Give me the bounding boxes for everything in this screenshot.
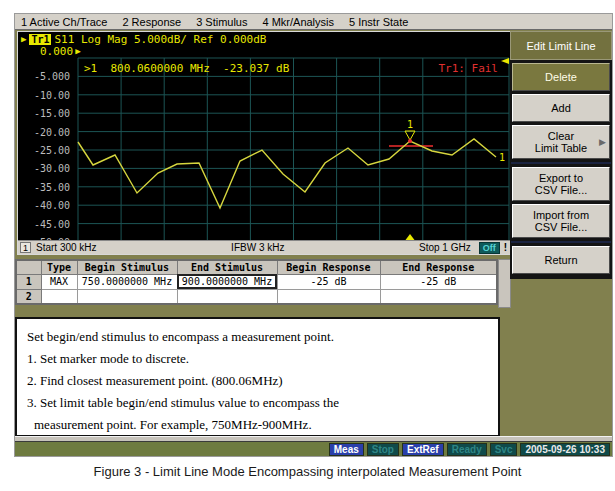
softkey-separator bbox=[511, 241, 611, 243]
type-cell[interactable] bbox=[41, 289, 77, 304]
table-row: 1 MAX 750.0000000 MHz 900.0000000 MHz -2… bbox=[16, 274, 497, 289]
marker-readout: >1 800.0600000 MHz -23.037 dB bbox=[84, 62, 289, 75]
instruction-line: measurement point. For example, 750MHz-9… bbox=[27, 415, 492, 437]
menu-bar: 1 Active Ch/Trace 2 Response 3 Stimulus … bbox=[15, 14, 612, 30]
reference-level-value: 0.000 bbox=[40, 45, 73, 58]
plot-svg: 11 bbox=[78, 58, 509, 242]
instruction-line: 2. Find closest measurement point. (800.… bbox=[27, 371, 492, 393]
figure-caption: Figure 3 - Limit Line Mode Encompassing … bbox=[0, 464, 615, 479]
col-header-end-response: End Response bbox=[380, 260, 497, 274]
col-header-begin-stimulus: Begin Stimulus bbox=[77, 260, 177, 274]
end-response-cell[interactable] bbox=[380, 289, 497, 304]
ref-level-arrow-right-icon bbox=[501, 58, 509, 64]
ifbw-label: IFBW 3 kHz bbox=[231, 242, 284, 253]
softkey-separator bbox=[511, 162, 611, 164]
stop-status-badge: Stop bbox=[367, 443, 399, 456]
y-axis-label: -10.00 bbox=[34, 89, 70, 100]
trace-badge: Tr1 bbox=[29, 34, 51, 45]
limit-fail-status: Tr1: Fail bbox=[438, 62, 498, 75]
y-axis-label: -30.00 bbox=[34, 163, 70, 174]
submenu-arrow-icon: ▶ bbox=[599, 137, 606, 147]
instruction-line: Set begin/end stimulus to encompass a me… bbox=[27, 327, 492, 349]
end-stimulus-cell[interactable] bbox=[177, 289, 277, 304]
menu-stimulus[interactable]: 3 Stimulus bbox=[196, 16, 247, 28]
alert-mark: ! bbox=[504, 242, 507, 253]
y-axis-label: -15.00 bbox=[34, 108, 70, 119]
menu-active-ch-trace[interactable]: 1 Active Ch/Trace bbox=[21, 16, 107, 28]
channel-number-box: 1 bbox=[20, 242, 31, 253]
add-button[interactable]: Add bbox=[512, 94, 610, 122]
instruction-line: 3. Set limit table begin/end stimulus va… bbox=[27, 393, 492, 415]
menu-instr-state[interactable]: 5 Instr State bbox=[349, 16, 408, 28]
instruction-box: Set begin/end stimulus to encompass a me… bbox=[15, 317, 500, 437]
marker-triangle-icon bbox=[405, 131, 415, 140]
y-axis-labels: -5.000-10.00-15.00-20.00-25.00-30.00-35.… bbox=[18, 58, 75, 242]
begin-stimulus-cell[interactable] bbox=[77, 289, 177, 304]
datetime-display: 2005-09-26 10:33 bbox=[520, 443, 610, 456]
corner-header-cell bbox=[16, 260, 41, 274]
start-frequency-label: Start 300 kHz bbox=[36, 242, 97, 253]
y-axis-label: -5.000 bbox=[34, 71, 70, 82]
instrument-screen: 1 Active Ch/Trace 2 Response 3 Stimulus … bbox=[14, 13, 613, 457]
trace-header: ▶ Tr1 S11 Log Mag 5.000dB/ Ref 0.000dB bbox=[21, 33, 266, 45]
status-bar: Meas Stop ExtRef Ready Svc 2005-09-26 10… bbox=[15, 442, 612, 456]
softkey-menu-title: Edit Limit Line bbox=[510, 31, 612, 60]
row-number-cell: 1 bbox=[16, 274, 41, 289]
clear-limit-table-button[interactable]: Clear Limit Table ▶ bbox=[512, 125, 610, 159]
reference-level-row: 0.000 ▶ bbox=[40, 45, 81, 57]
y-axis-label: -20.00 bbox=[34, 126, 70, 137]
type-cell[interactable]: MAX bbox=[41, 274, 77, 289]
end-response-cell[interactable]: -25 dB bbox=[380, 274, 497, 289]
begin-stimulus-cell[interactable]: 750.0000000 MHz bbox=[77, 274, 177, 289]
trace-settings-label: S11 Log Mag 5.000dB/ Ref 0.000dB bbox=[54, 33, 266, 46]
delete-button[interactable]: Delete bbox=[512, 63, 610, 91]
active-trace-arrow-icon: ▶ bbox=[21, 34, 26, 44]
trace-end-number-label: 1 bbox=[499, 152, 505, 163]
graph-footer: 1 Start 300 kHz IFBW 3 kHz Stop 1 GHz Of… bbox=[18, 240, 510, 254]
y-axis-label: -45.00 bbox=[34, 218, 70, 229]
limit-table-header-row: Type Begin Stimulus End Stimulus Begin R… bbox=[16, 260, 497, 274]
table-row: 2 bbox=[16, 289, 497, 304]
end-stimulus-cell[interactable]: 900.0000000 MHz bbox=[177, 274, 277, 289]
instruction-line: 1. Set marker mode to discrete. bbox=[27, 349, 492, 371]
limit-table-panel: Type Begin Stimulus End Stimulus Begin R… bbox=[15, 259, 498, 305]
begin-response-cell[interactable]: -25 dB bbox=[277, 274, 380, 289]
y-axis-label: -25.00 bbox=[34, 145, 70, 156]
col-header-end-stimulus: End Stimulus bbox=[177, 260, 277, 274]
ready-status-badge: Ready bbox=[447, 443, 487, 456]
svc-status-badge: Svc bbox=[490, 443, 518, 456]
return-button[interactable]: Return bbox=[512, 246, 610, 274]
graph-panel: ▶ Tr1 S11 Log Mag 5.000dB/ Ref 0.000dB 0… bbox=[17, 31, 511, 255]
stop-frequency-label: Stop 1 GHz bbox=[419, 242, 471, 253]
export-csv-button[interactable]: Export to CSV File... bbox=[512, 167, 610, 201]
y-axis-label: -35.00 bbox=[34, 181, 70, 192]
plot-area: 11 bbox=[78, 58, 509, 242]
begin-response-cell[interactable] bbox=[277, 289, 380, 304]
marker-fail-dot bbox=[408, 139, 412, 143]
meas-status-badge: Meas bbox=[329, 443, 364, 456]
extref-status-badge: ExtRef bbox=[402, 443, 444, 456]
row-number-cell: 2 bbox=[16, 289, 41, 304]
reference-level-arrow-icon: ▶ bbox=[75, 46, 80, 56]
marker-number-label: 1 bbox=[407, 119, 413, 130]
col-header-type: Type bbox=[41, 260, 77, 274]
import-csv-button[interactable]: Import from CSV File... bbox=[512, 204, 610, 238]
col-header-begin-response: Begin Response bbox=[277, 260, 380, 274]
trace-line bbox=[78, 139, 496, 208]
off-status-badge: Off bbox=[479, 242, 500, 254]
menu-response[interactable]: 2 Response bbox=[122, 16, 181, 28]
y-axis-label: -40.00 bbox=[34, 200, 70, 211]
menu-mkr-analysis[interactable]: 4 Mkr/Analysis bbox=[262, 16, 334, 28]
limit-table: Type Begin Stimulus End Stimulus Begin R… bbox=[15, 259, 498, 305]
softkey-menu: Edit Limit Line Delete Add Clear Limit T… bbox=[510, 31, 612, 279]
